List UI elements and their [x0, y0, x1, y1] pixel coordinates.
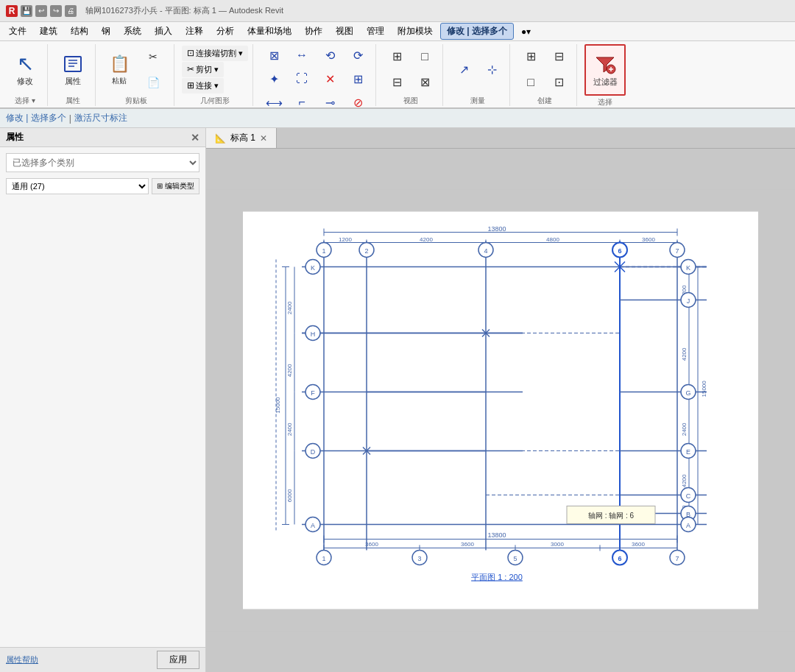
undo-icon[interactable]: ↩ — [35, 5, 47, 17]
category-select[interactable]: 已选择多个类别 — [6, 153, 199, 172]
join-icon: ⊞ — [187, 80, 194, 91]
view-btn3[interactable]: ⊟ — [384, 71, 410, 93]
group-label-filter: 选择 — [598, 96, 612, 107]
split-button[interactable]: ⊸ — [317, 91, 343, 107]
scale-button[interactable]: ⟷ — [261, 91, 287, 107]
menu-annotate[interactable]: 注释 — [180, 24, 209, 39]
filter-icon — [593, 53, 617, 77]
paste-label: 粘贴 — [112, 76, 127, 86]
menu-addins[interactable]: 附加模块 — [392, 24, 439, 39]
copy-icon: 📄 — [144, 74, 162, 91]
canvas-tab-label: 标高 1 — [230, 132, 255, 144]
create-btn1[interactable]: ⊞ — [517, 46, 544, 68]
main-area: 属性 ✕ 已选择多个类别 通用 (27) ⊞ 编辑类型 属性帮助 应用 — [0, 128, 795, 672]
properties-button[interactable]: 属性 — [55, 47, 91, 91]
measure-btn1[interactable]: ↗ — [451, 58, 477, 80]
menu-architecture[interactable]: 建筑 — [34, 24, 63, 39]
join-cut-button[interactable]: ⊡ 连接端切割 ▾ — [182, 46, 248, 61]
cut-button[interactable]: ✂ — [137, 46, 169, 68]
cut-geom-icon: ✂ — [187, 64, 194, 74]
cut-geometry-button[interactable]: ✂ 剪切 ▾ — [182, 62, 224, 77]
drawing-svg: 13800 3600 3600 3000 3600 24 — [206, 149, 795, 672]
edit-type-button[interactable]: ⊞ 编辑类型 — [152, 178, 199, 194]
svg-text:4800: 4800 — [546, 236, 559, 243]
ribbon-group-filter: 过滤器 选择 — [580, 44, 630, 106]
panel-close-button[interactable]: ✕ — [191, 132, 199, 144]
move-button[interactable]: ✦ — [261, 68, 287, 90]
array-button[interactable]: ⊞ — [344, 68, 371, 90]
redo-icon[interactable]: ↪ — [50, 5, 62, 17]
menu-structure[interactable]: 结构 — [65, 24, 94, 39]
paste-button[interactable]: 📋 粘贴 — [103, 47, 135, 91]
svg-text:13800: 13800 — [487, 531, 506, 539]
view-btn4[interactable]: ⊠ — [411, 71, 438, 93]
create-btn2[interactable]: ⊟ — [545, 46, 572, 68]
svg-text:D: D — [311, 448, 316, 456]
svg-text:3600: 3600 — [632, 541, 645, 548]
svg-text:平面图 1 : 200: 平面图 1 : 200 — [471, 573, 523, 581]
view-btn2[interactable]: □ — [411, 46, 438, 68]
menu-system[interactable]: 系统 — [118, 24, 147, 39]
type-dropdown[interactable]: 通用 (27) — [6, 178, 149, 194]
svg-text:2: 2 — [364, 247, 368, 255]
svg-text:3600: 3600 — [365, 541, 378, 548]
menu-view[interactable]: 视图 — [330, 24, 359, 39]
breadcrumb-item-activate[interactable]: 激活尺寸标注 — [74, 112, 127, 124]
modify-button[interactable]: ↖ 修改 — [7, 47, 43, 91]
menu-analyze[interactable]: 分析 — [211, 24, 240, 39]
svg-text:2400: 2400 — [286, 422, 293, 436]
create-btn4[interactable]: ⊡ — [545, 71, 572, 93]
breadcrumb-separator: | — [69, 113, 71, 124]
filter-button[interactable]: 过滤器 — [584, 44, 626, 96]
join-button[interactable]: ⊞ 连接 ▾ — [182, 78, 224, 93]
help-link[interactable]: 属性帮助 — [6, 654, 38, 665]
svg-text:1: 1 — [322, 247, 325, 255]
group-label-geometry: 几何图形 — [200, 94, 230, 106]
window-title: 轴网1016273乔小兵 - 平面图: 标高 1 — Autodesk Revi… — [85, 5, 283, 16]
group-label-measure: 测量 — [470, 94, 485, 106]
svg-rect-8 — [243, 212, 758, 609]
canvas-tab-close[interactable]: ✕ — [260, 133, 267, 144]
copy-elem-button[interactable]: ⛶ — [289, 68, 315, 90]
apply-button[interactable]: 应用 — [157, 651, 199, 669]
measure-btn2[interactable]: ⊹ — [478, 58, 505, 80]
copy-button[interactable]: 📄 — [137, 71, 169, 93]
ribbon-group-select: ↖ 修改 选择 ▾ — [3, 44, 48, 106]
svg-text:3600: 3600 — [461, 541, 474, 548]
properties-icon — [61, 52, 85, 76]
svg-text:7: 7 — [675, 247, 679, 255]
edit-type-icon: ⊞ — [157, 182, 163, 190]
unpin-button[interactable]: ⊘ — [344, 91, 371, 107]
menu-massing[interactable]: 体量和场地 — [241, 24, 297, 39]
menu-manage[interactable]: 管理 — [361, 24, 390, 39]
join-cut-icon: ⊡ — [187, 48, 194, 58]
svg-text:6: 6 — [618, 247, 621, 255]
mirror-h-button[interactable]: ⟳ — [344, 44, 371, 66]
menu-insert[interactable]: 插入 — [149, 24, 178, 39]
create-btn3[interactable]: □ — [517, 71, 544, 93]
menu-collaborate[interactable]: 协作 — [299, 24, 328, 39]
panel-header: 属性 ✕ — [0, 128, 205, 147]
svg-text:3600: 3600 — [642, 236, 655, 243]
rotate-button[interactable]: ✕ — [317, 68, 343, 90]
svg-text:G: G — [685, 389, 690, 397]
canvas-viewport[interactable]: 13800 3600 3600 3000 3600 24 — [206, 149, 795, 672]
ribbon-group-view: ⊞ □ ⊟ ⊠ 视图 — [379, 44, 443, 106]
trim-button[interactable]: ⌐ — [289, 91, 315, 107]
svg-text:E: E — [686, 448, 690, 456]
mirror-v-button[interactable]: ⟲ — [317, 44, 343, 66]
offset-button[interactable]: ↔ — [289, 44, 315, 66]
menu-file[interactable]: 文件 — [3, 24, 32, 39]
svg-text:4200: 4200 — [681, 474, 688, 487]
breadcrumb-item-modify[interactable]: 修改 | 选择多个 — [6, 112, 66, 124]
canvas-tab-level1[interactable]: 📐 标高 1 ✕ — [206, 128, 277, 148]
menu-steel[interactable]: 钢 — [96, 24, 116, 39]
svg-text:15000: 15000 — [275, 397, 281, 414]
save-icon[interactable]: 💾 — [21, 5, 32, 17]
svg-text:1: 1 — [322, 555, 325, 562]
menu-options[interactable]: ●▾ — [515, 25, 537, 38]
print-icon[interactable]: 🖨 — [65, 5, 77, 17]
align-button[interactable]: ⊠ — [261, 44, 287, 66]
view-btn1[interactable]: ⊞ — [384, 46, 410, 68]
menu-modify[interactable]: 修改 | 选择多个 — [440, 23, 514, 40]
